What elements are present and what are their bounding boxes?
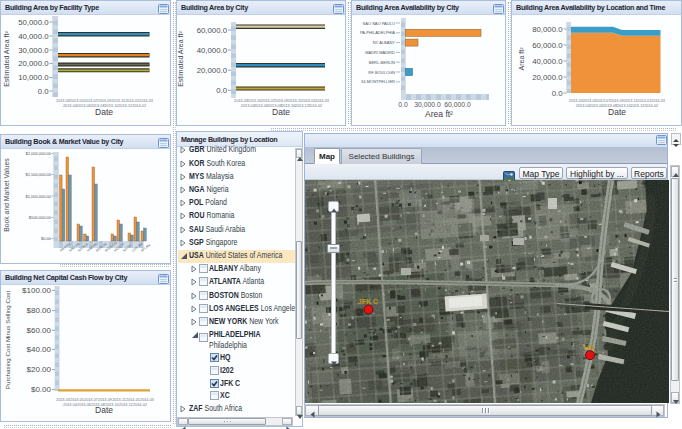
svg-text:2014-01: 2014-01 (302, 99, 316, 103)
svg-text:30,000.0: 30,000.0 (18, 46, 49, 55)
svg-text:Date: Date (272, 107, 290, 117)
svg-text:60,000.0: 60,000.0 (532, 41, 563, 50)
svg-text:0.0: 0.0 (552, 89, 564, 98)
svg-text:2014-02: 2014-02 (308, 104, 322, 108)
svg-text:BERL-BERLIN: BERL-BERLIN (369, 60, 395, 65)
svg-text:$80.00: $80.00 (27, 306, 52, 315)
svg-text:2014-01: 2014-01 (126, 398, 140, 402)
svg-text:2013-09: 2013-09 (98, 99, 112, 103)
svg-text:2014-03: 2014-03 (651, 99, 665, 103)
svg-text:RF-BOULOGN: RF-BOULOGN (368, 70, 395, 75)
svg-text:$40.00: $40.00 (27, 345, 52, 354)
svg-text:40,000.0: 40,000.0 (532, 57, 563, 66)
svg-text:$0.00: $0.00 (41, 236, 52, 241)
svg-text:2013-07: 2013-07 (261, 99, 275, 103)
svg-text:2013-09: 2013-09 (98, 398, 112, 402)
svg-text:2013-04: 2013-04 (576, 104, 590, 108)
svg-text:Date: Date (95, 405, 113, 415)
svg-text:30,000.0: 30,000.0 (414, 101, 441, 108)
svg-text:Date: Date (608, 107, 626, 117)
svg-text:2013-11: 2013-11 (288, 99, 302, 103)
svg-text:2013-03: 2013-03 (56, 398, 70, 402)
svg-text:2013-12: 2013-12 (118, 104, 132, 108)
svg-text:34-MONTPELLIER: 34-MONTPELLIER (361, 79, 395, 84)
svg-text:2013-07: 2013-07 (84, 99, 98, 103)
svg-text:2013-06: 2013-06 (254, 104, 268, 108)
svg-text:2014-02: 2014-02 (644, 104, 658, 108)
svg-text:$60.00: $60.00 (27, 326, 52, 335)
svg-text:50,000.0: 50,000.0 (18, 18, 49, 27)
svg-text:Purchasing Cost Minus Selling: Purchasing Cost Minus Selling Cost (4, 291, 11, 390)
svg-text:60,000.0: 60,000.0 (197, 26, 228, 35)
svg-text:60,000.0: 60,000.0 (444, 101, 471, 108)
svg-text:2013-05: 2013-05 (70, 398, 84, 402)
svg-text:Area ft²: Area ft² (518, 47, 525, 71)
svg-text:0.0: 0.0 (216, 86, 228, 95)
svg-text:2013-09: 2013-09 (610, 99, 624, 103)
svg-text:$20.00: $20.00 (27, 365, 52, 374)
svg-text:2014-03: 2014-03 (139, 99, 153, 103)
svg-text:Book and Market Values: Book and Market Values (3, 158, 10, 232)
svg-text:2013-04: 2013-04 (241, 104, 255, 108)
svg-text:40,000.0: 40,000.0 (197, 46, 228, 55)
svg-text:2013-12: 2013-12 (631, 104, 645, 108)
svg-text:2013-07: 2013-07 (84, 398, 98, 402)
svg-text:SAO SAO PAULO: SAO SAO PAULO (363, 21, 395, 26)
svg-text:2013-05: 2013-05 (248, 99, 262, 103)
svg-text:10,000.0: 10,000.0 (18, 73, 49, 82)
svg-text:2013-05: 2013-05 (583, 99, 597, 103)
svg-text:$0.00: $0.00 (31, 385, 52, 394)
svg-text:0.0: 0.0 (398, 101, 408, 108)
svg-text:2013-04: 2013-04 (63, 104, 77, 108)
svg-text:40,000.0: 40,000.0 (18, 32, 49, 41)
svg-text:2013-05: 2013-05 (70, 99, 84, 103)
svg-text:Estimated Area ft²: Estimated Area ft² (3, 31, 10, 87)
svg-text:2013-09: 2013-09 (275, 99, 289, 103)
svg-text:2013-04: 2013-04 (63, 403, 77, 407)
svg-text:$100.00: $100.00 (22, 286, 51, 295)
svg-text:2013-06: 2013-06 (77, 104, 91, 108)
svg-text:2013-11: 2013-11 (111, 99, 125, 103)
svg-text:2013-11: 2013-11 (112, 398, 126, 402)
svg-text:20,000.0: 20,000.0 (197, 66, 228, 75)
svg-text:2013-12: 2013-12 (119, 403, 133, 407)
svg-text:Estimated Area ft²: Estimated Area ft² (177, 31, 184, 87)
svg-text:2013-03: 2013-03 (56, 99, 70, 103)
svg-text:$1,500,000.00: $1,500,000.00 (25, 172, 51, 177)
svg-text:2014-03: 2014-03 (315, 99, 329, 103)
svg-text:$1,000,000.00: $1,000,000.00 (25, 194, 51, 199)
svg-text:2014-03: 2014-03 (140, 398, 154, 402)
svg-text:2013-12: 2013-12 (295, 104, 309, 108)
svg-text:20,000.0: 20,000.0 (532, 73, 563, 82)
svg-text:$500,000.00: $500,000.00 (29, 215, 52, 220)
svg-text:2013-03: 2013-03 (234, 99, 248, 103)
svg-text:2014-01: 2014-01 (637, 99, 651, 103)
svg-text:80,000.0: 80,000.0 (532, 25, 563, 34)
svg-text:2014-02: 2014-02 (133, 403, 147, 407)
svg-text:MADRI MADRID: MADRI MADRID (365, 50, 395, 55)
svg-text:2013-07: 2013-07 (596, 99, 610, 103)
svg-text:20,000.0: 20,000.0 (18, 59, 49, 68)
svg-text:2014-01: 2014-01 (125, 99, 139, 103)
svg-text:2013-03: 2013-03 (569, 99, 583, 103)
svg-text:$2,000,000.00: $2,000,000.00 (25, 151, 51, 156)
svg-text:NY-ALBANY: NY-ALBANY (373, 40, 396, 45)
svg-text:2014-02: 2014-02 (132, 104, 146, 108)
svg-text:PA-PHILADELPHIA: PA-PHILADELPHIA (360, 30, 395, 35)
svg-text:2013-06: 2013-06 (590, 104, 604, 108)
svg-text:Area ft²: Area ft² (425, 109, 453, 119)
svg-text:0.0: 0.0 (38, 87, 50, 96)
svg-text:Date: Date (95, 107, 113, 117)
svg-text:2013-06: 2013-06 (77, 403, 91, 407)
svg-text:JFK C: JFK C (358, 298, 378, 305)
svg-text:2013-11: 2013-11 (624, 99, 638, 103)
